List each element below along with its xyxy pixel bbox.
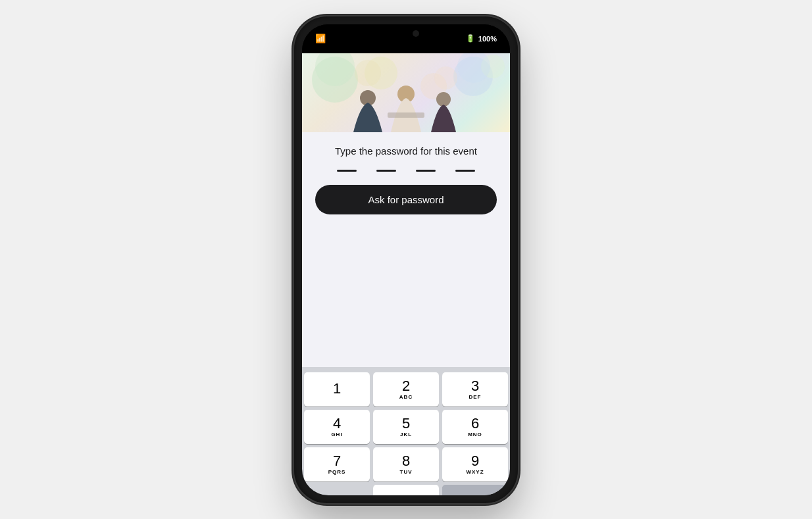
bokeh-2 [355,60,381,86]
keyboard-row-4: 0 ⌫ [304,485,508,495]
key-2[interactable]: 2 ABC [373,372,439,407]
password-area: Type the password for this event Ask for… [302,132,510,228]
status-bar: 📶 🔋 100% [302,24,510,53]
key-0[interactable]: 0 [373,485,439,495]
phone-frame: 📶 🔋 100% [294,16,518,503]
keyboard-row-1: 1 2 ABC 3 DEF [304,372,508,407]
bokeh-4 [434,66,457,89]
key-9[interactable]: 9 WXYZ [442,447,508,482]
key-1[interactable]: 1 [304,372,370,407]
wifi-icon: 📶 [315,34,326,43]
phone-screen: 📶 🔋 100% [302,24,510,495]
event-banner [302,53,510,132]
numeric-keyboard: 1 2 ABC 3 DEF 4 GHI [302,367,510,495]
password-dash-1 [337,170,357,172]
keyboard-row-3: 7 PQRS 8 TUV 9 WXYZ [304,447,508,482]
key-4[interactable]: 4 GHI [304,410,370,444]
key-7[interactable]: 7 PQRS [304,447,370,482]
bokeh-3 [457,53,490,83]
key-empty [304,485,370,495]
password-dash-2 [376,170,396,172]
key-3[interactable]: 3 DEF [442,372,508,407]
key-6[interactable]: 6 MNO [442,410,508,444]
delete-icon: ⌫ [467,495,484,495]
spacer [302,228,510,367]
wifi-indicator: 📶 [315,34,326,43]
keyboard-row-2: 4 GHI 5 JKL 6 MNO [304,410,508,444]
battery-icon: 🔋 [466,34,475,43]
screen-content: Type the password for this event Ask for… [302,53,510,495]
battery-status: 🔋 100% [466,34,497,43]
password-title: Type the password for this event [315,145,497,157]
camera-dot [413,30,419,37]
key-delete[interactable]: ⌫ [442,485,508,495]
svg-point-7 [436,92,451,107]
svg-rect-8 [388,112,424,118]
key-5[interactable]: 5 JKL [373,410,439,444]
password-dash-3 [416,170,436,172]
key-8[interactable]: 8 TUV [373,447,439,482]
notch [370,24,442,43]
password-dash-4 [455,170,475,172]
ask-password-button[interactable]: Ask for password [315,185,497,214]
battery-percentage: 100% [478,35,497,43]
password-input-display [315,170,497,172]
